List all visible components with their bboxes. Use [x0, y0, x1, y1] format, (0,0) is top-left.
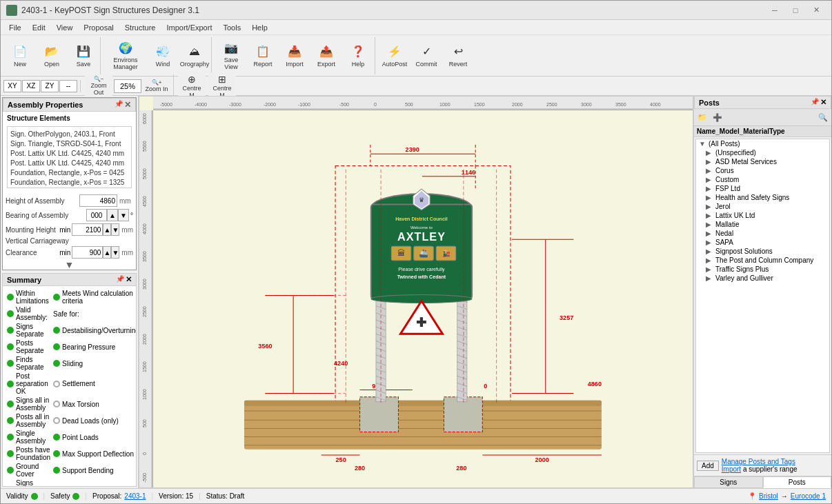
save-view-button[interactable]: 📷 Save View	[216, 39, 246, 73]
menu-proposal[interactable]: Proposal	[78, 22, 119, 33]
help-button[interactable]: ❓ Help	[343, 39, 373, 73]
svg-text:-500: -500	[339, 102, 349, 107]
svg-text:Haven District Council: Haven District Council	[395, 216, 448, 222]
menu-import-export[interactable]: Import/Export	[161, 22, 217, 33]
mounting-up-button[interactable]: ▲	[103, 223, 111, 236]
proposal-link[interactable]: 2403-1	[124, 492, 146, 500]
zoom-in-button[interactable]: 🔍+ Zoom In	[143, 78, 170, 94]
menu-bar: File Edit View Proposal Structure Import…	[1, 20, 831, 35]
maximize-button[interactable]: □	[786, 3, 805, 17]
posts-search-button[interactable]: 🔍	[816, 110, 830, 124]
tree-item-health-safety[interactable]: ▶ Health and Safety Signs	[696, 193, 829, 202]
dash-button[interactable]: --	[59, 80, 77, 92]
summary-item-16: Single Assembly	[6, 429, 52, 445]
tree-item-jerol[interactable]: ▶ Jerol	[696, 202, 829, 211]
mounting-input[interactable]	[72, 223, 103, 236]
bearing-input[interactable]	[86, 209, 107, 221]
location-link[interactable]: Bristol	[759, 492, 778, 500]
xz-button[interactable]: XZ	[22, 80, 40, 92]
new-button[interactable]: 📄 New	[5, 39, 35, 73]
tree-item-nedal[interactable]: ▶ Nedal	[696, 229, 829, 238]
status-dot-15	[53, 417, 60, 424]
version-text: Version: 15	[159, 492, 193, 500]
signs-tab[interactable]: Signs	[694, 476, 763, 488]
tree-item-signpost[interactable]: ▶ Signpost Solutions	[696, 247, 829, 256]
posts-expand-button[interactable]: ➕	[711, 110, 724, 124]
save-button[interactable]: 💾 Save	[68, 39, 99, 73]
tree-item-all-posts[interactable]: ▼ (All Posts)	[696, 139, 829, 148]
report-button[interactable]: 📋 Report	[248, 39, 278, 73]
status-dot-20	[7, 467, 14, 474]
menu-tools[interactable]: Tools	[217, 22, 246, 33]
clearance-input[interactable]	[72, 246, 103, 259]
panel-controls: 📌 ✕	[115, 100, 131, 110]
expand-icon-sapa: ▶	[706, 239, 714, 246]
close-panel-icon[interactable]: ✕	[124, 100, 131, 110]
open-button[interactable]: 📂 Open	[37, 39, 67, 73]
tree-item-mallatie[interactable]: ▶ Mallatie	[696, 220, 829, 229]
status-dot-17	[53, 434, 60, 441]
export-button[interactable]: 📤 Export	[311, 39, 341, 73]
svg-text:1500: 1500	[142, 361, 147, 372]
import-button[interactable]: 📥 Import	[279, 39, 310, 73]
safety-text: Safety	[50, 492, 70, 500]
bearing-up-button[interactable]: ▲	[107, 209, 118, 221]
menu-help[interactable]: Help	[246, 22, 273, 33]
clearance-down-button[interactable]: ▼	[111, 246, 119, 259]
clearance-up-button[interactable]: ▲	[103, 246, 111, 259]
canvas-area[interactable]: -5000 -4000 -3000 -2000 -1000 -500 0 500…	[139, 96, 693, 488]
tree-item-post-column[interactable]: ▶ The Post and Column Company	[696, 256, 829, 265]
tree-item-corus[interactable]: ▶ Corus	[696, 166, 829, 175]
xy-button[interactable]: XY	[3, 80, 21, 92]
summary-item-3: Safe for:	[52, 305, 137, 322]
pin-icon[interactable]: 📌	[115, 100, 123, 110]
menu-structure[interactable]: Structure	[119, 22, 161, 33]
import-link[interactable]: Import	[722, 465, 741, 473]
scroll-down-indicator[interactable]: ▼	[3, 260, 136, 270]
tree-item-asd[interactable]: ▶ ASD Metal Services	[696, 157, 829, 166]
autopost-button[interactable]: ⚡ AutoPost	[379, 39, 410, 73]
expand-icon-unspecified: ▶	[706, 149, 714, 157]
tree-item-fsp[interactable]: ▶ FSP Ltd	[696, 184, 829, 193]
height-input[interactable]	[79, 194, 117, 207]
close-button[interactable]: ✕	[806, 3, 826, 17]
zy-button[interactable]: ZY	[41, 80, 59, 92]
summary-pin-icon[interactable]: 📌	[116, 275, 124, 284]
tree-item-sapa[interactable]: ▶ SAPA	[696, 238, 829, 247]
commit-button[interactable]: ✓ Commit	[411, 39, 442, 73]
tree-item-custom[interactable]: ▶ Custom	[696, 175, 829, 184]
menu-view[interactable]: View	[51, 22, 79, 33]
tree-item-traffic-signs[interactable]: ▶ Traffic Signs Plus	[696, 265, 829, 274]
menu-edit[interactable]: Edit	[27, 22, 51, 33]
summary-item-10: Post separation OK	[6, 372, 52, 396]
right-panel: Posts 📌 ✕ 📁 ➕ 🔍 Name_Model_MaterialType …	[693, 96, 831, 488]
posts-folder-button[interactable]: 📁	[695, 110, 709, 124]
bearing-down-button[interactable]: ▼	[118, 209, 129, 221]
zoom-input[interactable]	[114, 79, 141, 93]
svg-text:-1000: -1000	[298, 102, 310, 107]
summary-close-icon[interactable]: ✕	[126, 275, 132, 284]
window-title: 2403-1 - KeyPOST Sign Structures Designe…	[21, 6, 765, 15]
posts-close-icon[interactable]: ✕	[820, 98, 826, 107]
status-dot-9	[53, 360, 60, 367]
orography-button[interactable]: ⛰ Orography	[179, 39, 210, 73]
manage-posts-link[interactable]: Manage Posts and Tags	[722, 458, 798, 465]
zoom-out-button[interactable]: 🔍− Zoom Out	[85, 74, 112, 97]
mounting-down-button[interactable]: ▼	[111, 223, 119, 236]
tree-item-lattix[interactable]: ▶ Lattix UK Ltd	[696, 211, 829, 220]
wind-button[interactable]: 💨 Wind	[148, 39, 178, 73]
svg-text:280: 280	[456, 465, 466, 472]
svg-text:1000: 1000	[142, 389, 147, 400]
eurocode-link[interactable]: Eurocode 1	[791, 492, 826, 500]
revert-button[interactable]: ↩ Revert	[443, 39, 473, 73]
tree-item-varley[interactable]: ▶ Varley and Gulliver	[696, 274, 829, 283]
menu-file[interactable]: File	[3, 22, 27, 33]
tree-item-unspecified[interactable]: ▶ (Unspecified)	[696, 148, 829, 157]
status-dot-21	[53, 467, 60, 474]
posts-pin-icon[interactable]: 📌	[811, 98, 819, 107]
minimize-button[interactable]: ─	[765, 3, 784, 17]
status-dot-7	[53, 343, 60, 350]
environs-manager-button[interactable]: 🌍 Environs Manager	[105, 39, 146, 73]
posts-tab[interactable]: Posts	[763, 476, 832, 488]
posts-add-button[interactable]: Add	[697, 461, 719, 471]
